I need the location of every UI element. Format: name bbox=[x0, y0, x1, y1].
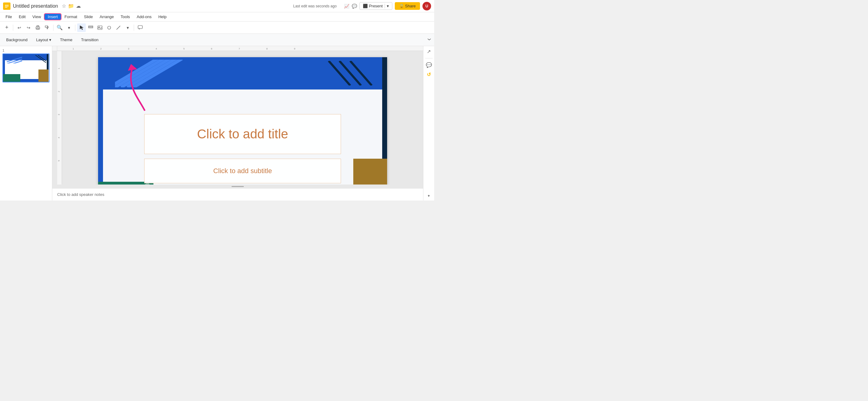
ruler-vertical: 1 2 3 4 5 bbox=[57, 51, 62, 185]
ruler-h-svg: 1 2 3 4 5 6 7 8 9 bbox=[57, 46, 423, 51]
toolbar-collapse[interactable] bbox=[427, 37, 432, 43]
comment-button[interactable] bbox=[136, 23, 145, 32]
stripes-tr-svg bbox=[326, 61, 375, 86]
comments-icon[interactable]: 💬 bbox=[352, 4, 357, 9]
menu-bar: File Edit View Insert Format Slide Arran… bbox=[0, 12, 434, 22]
shapes-button[interactable] bbox=[105, 23, 114, 32]
folder-icon[interactable]: 📁 bbox=[68, 3, 74, 9]
text-button[interactable] bbox=[86, 23, 95, 32]
svg-point-11 bbox=[107, 26, 111, 29]
slide-thumbnail-1[interactable] bbox=[2, 54, 50, 83]
share-label: 🔒 Share bbox=[399, 4, 416, 8]
svg-line-40 bbox=[329, 61, 350, 86]
toolbar-sep-1 bbox=[13, 25, 13, 31]
present-icon[interactable]: 📈 bbox=[344, 4, 349, 9]
main-content: 1 bbox=[0, 46, 434, 201]
menu-tools[interactable]: Tools bbox=[118, 14, 133, 20]
notes-bar[interactable]: Click to add speaker notes bbox=[52, 188, 423, 201]
menu-format[interactable]: Format bbox=[62, 14, 80, 20]
star-icon[interactable]: ☆ bbox=[62, 3, 66, 9]
format-paint-button[interactable] bbox=[43, 23, 51, 32]
menu-addons[interactable]: Add-ons bbox=[134, 14, 155, 20]
svg-text:2: 2 bbox=[58, 91, 60, 92]
slide-left-border bbox=[98, 57, 103, 185]
svg-text:5: 5 bbox=[183, 48, 185, 50]
svg-text:1: 1 bbox=[58, 68, 60, 69]
zoom-out-button[interactable]: 🔍 bbox=[55, 23, 64, 32]
menu-edit[interactable]: Edit bbox=[16, 14, 29, 20]
svg-rect-7 bbox=[89, 26, 93, 27]
share-button[interactable]: 🔒 Share bbox=[395, 2, 420, 10]
svg-line-43 bbox=[103, 183, 149, 185]
print-button[interactable] bbox=[33, 23, 42, 32]
present-button[interactable]: ⬛ Present ▾ bbox=[360, 2, 392, 10]
svg-rect-5 bbox=[37, 26, 39, 27]
svg-text:8: 8 bbox=[266, 48, 268, 50]
title-bar: Untitled presentation ☆ 📁 ☁ Last edit wa… bbox=[0, 0, 434, 12]
svg-text:3: 3 bbox=[58, 114, 60, 115]
thumb-corner-br bbox=[38, 69, 49, 82]
transition-button[interactable]: Transition bbox=[78, 36, 102, 43]
slide-corner-gold bbox=[353, 159, 387, 185]
right-panel: ↗ 💬 ↺ + bbox=[423, 46, 434, 201]
svg-line-41 bbox=[339, 61, 361, 86]
menu-view[interactable]: View bbox=[29, 14, 44, 20]
svg-text:4: 4 bbox=[156, 48, 157, 50]
select-button[interactable] bbox=[77, 23, 86, 32]
svg-text:1: 1 bbox=[72, 48, 74, 50]
line-dropdown[interactable]: ▾ bbox=[123, 23, 132, 32]
slides-panel: 1 bbox=[0, 46, 52, 201]
menu-file[interactable]: File bbox=[2, 14, 15, 20]
canvas-area: 1 2 3 4 5 6 7 8 9 bbox=[52, 46, 423, 201]
svg-text:5: 5 bbox=[58, 160, 60, 161]
title-textbox[interactable]: Click to add title bbox=[144, 114, 341, 154]
add-button[interactable]: + bbox=[2, 23, 11, 32]
slide-stripes-tr bbox=[326, 61, 375, 86]
thumb-stripes-tr bbox=[35, 55, 46, 63]
notes-resize-handle[interactable] bbox=[52, 185, 423, 188]
image-button[interactable] bbox=[96, 23, 104, 32]
avatar[interactable]: U bbox=[423, 2, 431, 10]
cloud-icon[interactable]: ☁ bbox=[76, 3, 81, 9]
slide-stripes-tl bbox=[115, 60, 183, 87]
svg-rect-6 bbox=[37, 28, 39, 29]
redo-button[interactable]: ↪ bbox=[24, 23, 33, 32]
title-action-icons: ☆ 📁 ☁ bbox=[62, 3, 81, 9]
svg-line-44 bbox=[106, 183, 158, 185]
menu-insert[interactable]: Insert bbox=[44, 14, 61, 20]
right-expand-icon[interactable]: ↗ bbox=[427, 49, 431, 55]
ruler-corner bbox=[52, 46, 57, 51]
ruler-v-svg: 1 2 3 4 5 bbox=[57, 51, 62, 185]
present-dropdown-arrow[interactable]: ▾ bbox=[385, 4, 389, 8]
slide-toolbar: Background Layout ▾ Theme Transition bbox=[0, 34, 434, 46]
background-button[interactable]: Background bbox=[2, 36, 31, 43]
notes-handle-bar bbox=[231, 186, 244, 187]
save-status: Last edit was seconds ago bbox=[293, 4, 336, 8]
menu-help[interactable]: Help bbox=[155, 14, 170, 20]
right-bottom-add[interactable]: + bbox=[428, 193, 430, 198]
theme-button[interactable]: Theme bbox=[56, 36, 76, 43]
menu-slide[interactable]: Slide bbox=[81, 14, 96, 20]
svg-rect-1 bbox=[5, 5, 9, 5]
right-chat-icon[interactable]: 💬 bbox=[426, 62, 432, 68]
svg-text:9: 9 bbox=[294, 48, 296, 50]
svg-rect-8 bbox=[89, 27, 93, 28]
canvas-with-vruler: 1 2 3 4 5 bbox=[57, 51, 423, 185]
line-button[interactable] bbox=[114, 23, 123, 32]
subtitle-textbox[interactable]: Click to add subtitle bbox=[144, 159, 341, 183]
zoom-in-button[interactable]: ▾ bbox=[65, 23, 73, 32]
svg-line-17 bbox=[35, 55, 46, 63]
thumb-corner-bl bbox=[3, 74, 20, 82]
svg-line-42 bbox=[350, 61, 372, 86]
canvas-wrapper: Click to add title Click to add subtitle bbox=[62, 51, 423, 185]
undo-button[interactable]: ↩ bbox=[15, 23, 24, 32]
toolbar-sep-3 bbox=[75, 25, 75, 31]
svg-rect-9 bbox=[98, 26, 102, 30]
menu-arrange[interactable]: Arrange bbox=[97, 14, 117, 20]
slide-canvas[interactable]: Click to add title Click to add subtitle bbox=[98, 57, 387, 185]
svg-rect-3 bbox=[5, 7, 7, 8]
svg-rect-2 bbox=[5, 6, 9, 6]
layout-button[interactable]: Layout ▾ bbox=[32, 36, 55, 43]
notes-placeholder: Click to add speaker notes bbox=[57, 192, 104, 197]
right-sync-icon[interactable]: ↺ bbox=[427, 72, 431, 78]
